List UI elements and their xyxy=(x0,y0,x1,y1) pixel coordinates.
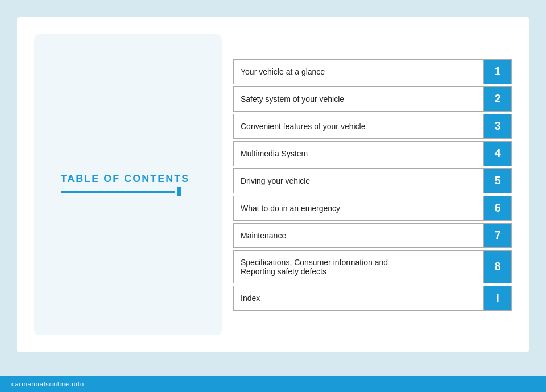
toc-rect-marker xyxy=(177,187,181,196)
toc-item-5-text: Driving your vehicle xyxy=(234,169,484,193)
right-panel: Your vehicle at a glance 1 Safety system… xyxy=(222,28,518,341)
toc-item-8-text: Specifications, Consumer information and… xyxy=(234,251,484,283)
toc-item-5-number: 5 xyxy=(484,169,511,193)
white-page: TABLE OF CONTENTS Your vehicle at a glan… xyxy=(17,17,529,352)
bottom-strip-label: carmanualsonline.info xyxy=(11,381,84,387)
toc-row-7[interactable]: Maintenance 7 xyxy=(233,223,512,248)
toc-item-2-text: Safety system of your vehicle xyxy=(234,87,484,111)
toc-row-8[interactable]: Specifications, Consumer information and… xyxy=(233,250,512,283)
page-container: TABLE OF CONTENTS Your vehicle at a glan… xyxy=(0,0,546,392)
bottom-strip: carmanualsonline.info xyxy=(0,376,546,392)
left-panel: TABLE OF CONTENTS xyxy=(28,28,222,341)
toc-label-container: TABLE OF CONTENTS xyxy=(61,173,190,196)
toc-item-8-number: 8 xyxy=(484,251,511,283)
toc-item-9-number: I xyxy=(484,286,511,310)
toc-item-7-number: 7 xyxy=(484,224,511,247)
toc-row-1[interactable]: Your vehicle at a glance 1 xyxy=(233,59,512,84)
toc-underline xyxy=(61,187,181,196)
toc-line xyxy=(61,191,175,193)
toc-item-9-text: Index xyxy=(234,286,484,310)
toc-item-2-number: 2 xyxy=(484,87,511,111)
toc-row-5[interactable]: Driving your vehicle 5 xyxy=(233,168,512,193)
toc-row-3[interactable]: Convenient features of your vehicle 3 xyxy=(233,114,512,139)
toc-item-4-number: 4 xyxy=(484,142,511,166)
toc-item-4-text: Multimedia System xyxy=(234,142,484,166)
toc-item-7-text: Maintenance xyxy=(234,224,484,247)
toc-row-4[interactable]: Multimedia System 4 xyxy=(233,141,512,166)
toc-item-1-text: Your vehicle at a glance xyxy=(234,60,484,84)
toc-item-6-number: 6 xyxy=(484,196,511,220)
toc-title: TABLE OF CONTENTS xyxy=(61,173,190,185)
toc-row-2[interactable]: Safety system of your vehicle 2 xyxy=(233,86,512,112)
toc-row-6[interactable]: What to do in an emergency 6 xyxy=(233,196,512,221)
toc-item-1-number: 1 xyxy=(484,60,511,84)
toc-row-9[interactable]: Index I xyxy=(233,286,512,311)
toc-item-3-number: 3 xyxy=(484,114,511,138)
toc-item-6-text: What to do in an emergency xyxy=(234,196,484,220)
toc-item-3-text: Convenient features of your vehicle xyxy=(234,114,484,138)
